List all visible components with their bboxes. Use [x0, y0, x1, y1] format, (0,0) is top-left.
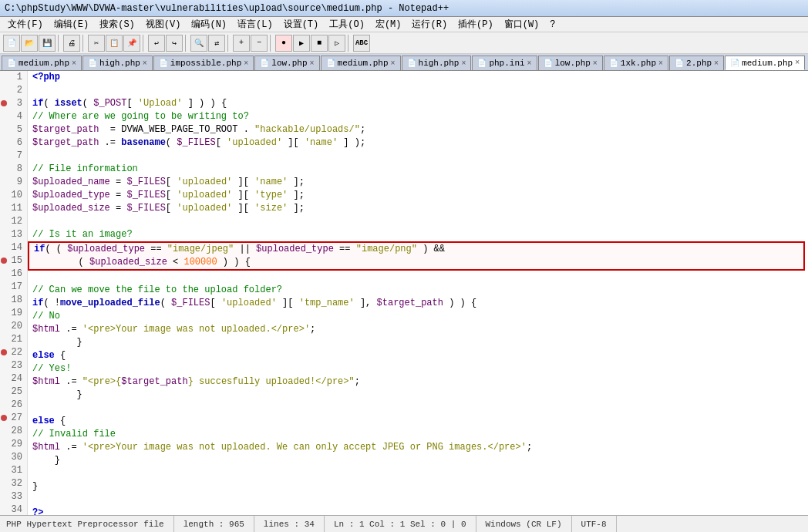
tab-medium2[interactable]: 📄 medium.php ×	[321, 56, 401, 70]
tab-close-low1[interactable]: ×	[310, 59, 315, 68]
line-num-21: 21	[0, 333, 27, 346]
menu-view[interactable]: 视图(V)	[141, 17, 186, 32]
toolbar-sep3	[143, 35, 146, 52]
toolbar-record[interactable]: ●	[275, 35, 292, 52]
tab-label-medium3: medium.php	[742, 59, 793, 68]
editor-body: 1 2 3 4 5 6 7 8 9 10 11 12 13 14 15 16 1…	[0, 71, 808, 515]
toolbar-copy[interactable]: 📋	[106, 35, 123, 52]
toolbar-undo[interactable]: ↩	[148, 35, 165, 52]
toolbar-open[interactable]: 📂	[21, 35, 38, 52]
menu-bar: 文件(F) 编辑(E) 搜索(S) 视图(V) 编码(N) 语言(L) 设置(T…	[0, 17, 808, 32]
menu-language[interactable]: 语言(L)	[233, 17, 278, 32]
toolbar: 📄 📂 💾 🖨 ✂ 📋 📌 ↩ ↪ 🔍 ⇄ + − ● ▶ ■ ▷ ABC	[0, 32, 808, 54]
toolbar-zoom-in[interactable]: +	[233, 35, 250, 52]
line-num-14: 14	[0, 241, 27, 254]
code-line-34: ?>	[28, 507, 808, 515]
tab-close-high2[interactable]: ×	[461, 59, 466, 68]
tab-low2[interactable]: 📄 low.php ×	[538, 56, 603, 70]
menu-edit[interactable]: 编辑(E)	[49, 17, 94, 32]
code-line-9: $uploaded_name = $_FILES[ 'uploaded' ][ …	[28, 176, 808, 189]
line-num-23: 23	[0, 359, 27, 372]
line-num-6: 6	[0, 136, 27, 150]
tab-high1[interactable]: 📄 high.php ×	[82, 56, 153, 70]
code-line-30: }	[28, 454, 808, 467]
line-num-30: 30	[0, 451, 27, 464]
toolbar-sep4	[185, 35, 188, 52]
tab-label-medium1: medium.php	[19, 59, 69, 68]
line-num-19: 19	[0, 307, 27, 320]
menu-search[interactable]: 搜索(S)	[95, 17, 140, 32]
menu-plugins[interactable]: 插件(P)	[453, 17, 498, 32]
menu-tools[interactable]: 工具(O)	[325, 17, 369, 32]
code-line-25: }	[28, 389, 808, 402]
line-num-1: 1	[0, 71, 27, 84]
line-num-26: 26	[0, 399, 27, 412]
toolbar-replace[interactable]: ⇄	[208, 35, 225, 52]
status-filetype: PHP Hypertext Preprocessor file	[6, 516, 174, 532]
tab-phpini[interactable]: 📄 php.ini ×	[472, 56, 537, 70]
toolbar-cut[interactable]: ✂	[88, 35, 105, 52]
tab-close-high1[interactable]: ×	[143, 59, 147, 68]
code-line-26	[28, 402, 808, 415]
line-num-24: 24	[0, 372, 27, 386]
code-line-6: $target_path .= basename( $_FILES[ 'uplo…	[28, 136, 808, 150]
toolbar-save[interactable]: 💾	[39, 35, 56, 52]
tab-close-1xk[interactable]: ×	[658, 59, 663, 68]
tab-2php[interactable]: 📄 2.php ×	[669, 56, 724, 70]
menu-window[interactable]: 窗口(W)	[500, 17, 544, 32]
toolbar-sep7	[348, 35, 351, 52]
code-line-22: else {	[28, 349, 808, 362]
tab-close-phpini[interactable]: ×	[527, 59, 532, 68]
status-length: length : 965	[174, 516, 254, 532]
tab-close-medium3[interactable]: ×	[795, 59, 800, 67]
status-length-text: length : 965	[183, 520, 244, 529]
code-line-13: // Is it an image?	[28, 228, 808, 241]
status-lines: lines : 34	[254, 516, 325, 532]
tab-1xk[interactable]: 📄 1xk.php ×	[604, 56, 668, 70]
line-num-27: 27	[0, 412, 27, 425]
status-encoding: UTF-8	[572, 516, 617, 532]
toolbar-redo[interactable]: ↪	[166, 35, 183, 52]
tab-label-low1: low.php	[271, 59, 307, 68]
tab-medium1[interactable]: 📄 medium.php ×	[2, 56, 82, 70]
toolbar-print[interactable]: 🖨	[63, 35, 80, 52]
toolbar-play[interactable]: ▶	[293, 35, 310, 52]
tab-close-low2[interactable]: ×	[593, 59, 598, 68]
line-num-33: 33	[0, 490, 27, 503]
toolbar-sep5	[227, 35, 231, 52]
tab-close-impossible[interactable]: ×	[244, 59, 248, 68]
tab-high2[interactable]: 📄 high.php ×	[402, 56, 472, 70]
toolbar-sep1	[58, 35, 61, 52]
code-line-23: // Yes!	[28, 362, 808, 375]
marker-3	[1, 100, 7, 106]
toolbar-spell[interactable]: ABC	[353, 35, 370, 52]
line-num-34: 34	[0, 503, 27, 515]
menu-help[interactable]: ?	[545, 19, 560, 31]
menu-run[interactable]: 运行(R)	[407, 17, 452, 32]
code-area[interactable]: <?php if( isset( $_POST[ 'Upload' ] ) ) …	[28, 71, 808, 515]
toolbar-new[interactable]: 📄	[3, 35, 20, 52]
menu-macro[interactable]: 宏(M)	[371, 17, 406, 32]
toolbar-find[interactable]: 🔍	[190, 35, 207, 52]
menu-file[interactable]: 文件(F)	[3, 17, 48, 32]
line-num-5: 5	[0, 123, 27, 136]
code-line-20: $html .= '<pre>Your image was not upload…	[28, 323, 808, 336]
line-num-10: 10	[0, 189, 27, 202]
toolbar-paste[interactable]: 📌	[123, 35, 140, 52]
code-line-15: ( $uploaded_size < 100000 ) ) {	[29, 256, 803, 269]
toolbar-zoom-out[interactable]: −	[251, 35, 268, 52]
tab-medium3[interactable]: 📄 medium.php ×	[725, 56, 805, 70]
menu-settings[interactable]: 设置(T)	[279, 17, 324, 32]
status-lineending-text: Windows (CR LF)	[486, 520, 562, 529]
line-num-16: 16	[0, 268, 27, 281]
toolbar-stop[interactable]: ■	[311, 35, 328, 52]
tab-close-medium1[interactable]: ×	[72, 59, 76, 68]
menu-encode[interactable]: 编码(N)	[187, 17, 231, 32]
tab-close-2php[interactable]: ×	[714, 59, 719, 68]
code-line-11: $uploaded_size = $_FILES[ 'uploaded' ][ …	[28, 202, 808, 215]
tab-impossible[interactable]: 📄 impossible.php ×	[153, 56, 254, 70]
tab-low1[interactable]: 📄 low.php ×	[254, 56, 319, 70]
toolbar-play2[interactable]: ▷	[328, 35, 345, 52]
code-line-21: }	[28, 336, 808, 349]
tab-close-medium2[interactable]: ×	[391, 59, 396, 68]
